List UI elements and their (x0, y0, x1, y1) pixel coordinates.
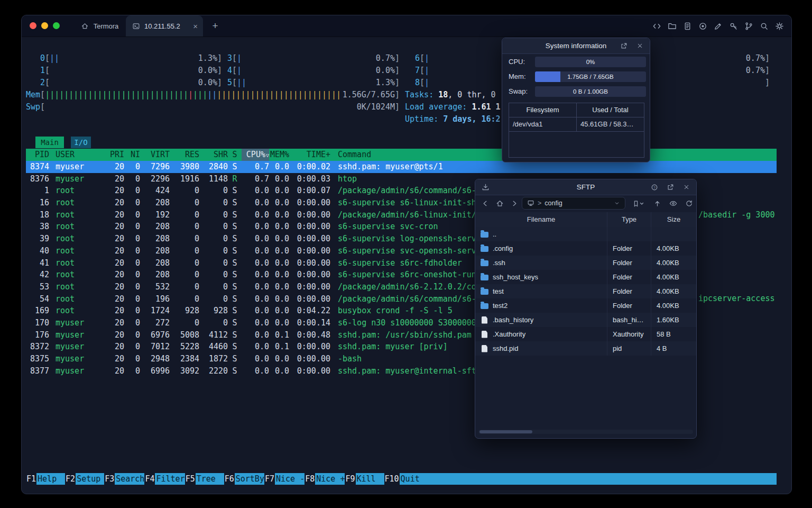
cell-res: 0 (170, 317, 199, 329)
file-row[interactable]: .Xauthority Xauthority 58 B (475, 327, 696, 341)
col-filename[interactable]: Filename (475, 212, 607, 227)
file-row[interactable]: .ssh Folder 4.00KB (475, 256, 696, 270)
code-icon[interactable] (652, 21, 661, 31)
horizontal-scrollbar[interactable] (478, 430, 693, 434)
bookmark-icon[interactable] (632, 199, 644, 208)
cell-shr: 0 (199, 269, 228, 281)
close-tab-icon[interactable]: × (193, 22, 198, 30)
htop-tab-main[interactable]: Main (35, 137, 64, 148)
record-icon[interactable] (698, 21, 707, 31)
function-key-item[interactable]: F4Filter (144, 473, 184, 485)
col-user[interactable]: USER (49, 149, 107, 161)
tab-termora[interactable]: Termora (75, 15, 124, 37)
function-key-item[interactable]: F1Help (26, 473, 65, 485)
col-type[interactable]: Type (607, 212, 651, 227)
col-pri[interactable]: PRI (107, 149, 124, 161)
search-icon[interactable] (759, 21, 769, 31)
function-key-item[interactable]: F3Search (104, 473, 144, 485)
cell-time: 0:00.02 (289, 161, 330, 173)
cell-shr: 2220 (199, 365, 228, 377)
cell-time: 0:00.00 (289, 293, 330, 305)
col-state[interactable]: S (228, 149, 242, 161)
file-row[interactable]: test2 Folder 4.00KB (475, 298, 696, 313)
close-window-button[interactable] (30, 22, 36, 29)
open-in-window-icon[interactable] (666, 183, 675, 192)
tab-ssh-label: 10.211.55.2 (144, 22, 180, 30)
function-key-item[interactable]: F8Nice + (304, 473, 345, 485)
file-size: 4.00KB (651, 298, 696, 313)
function-key-label: Search (115, 473, 144, 485)
col-virt[interactable]: VIRT (140, 149, 170, 161)
function-key-item[interactable]: F5Tree (185, 473, 224, 485)
cell-res: 5008 (170, 329, 199, 341)
refresh-icon[interactable] (685, 199, 694, 208)
function-key-item[interactable]: F7Nice - (264, 473, 304, 485)
col-ni[interactable]: NI (124, 149, 140, 161)
traffic-lights (30, 22, 60, 29)
file-row[interactable]: sshd.pid pid 4 B (475, 341, 696, 356)
cpu-meter: 4[|0.0%] (227, 65, 400, 77)
home-icon[interactable] (495, 199, 504, 208)
cell-user: myuser (49, 341, 107, 353)
function-key-item[interactable]: F10Quit (384, 473, 428, 485)
chevron-down-icon[interactable] (613, 199, 621, 207)
path-segment[interactable]: config (545, 199, 562, 207)
open-in-window-icon[interactable] (619, 41, 629, 51)
col-cpu-sorted[interactable]: CPU%▽ (242, 149, 269, 161)
cell-pid: 41 (26, 257, 49, 269)
eye-icon[interactable] (669, 199, 678, 208)
col-mem[interactable]: MEM% (269, 149, 289, 161)
cpu-label: CPU: (509, 57, 533, 67)
col-shr[interactable]: SHR (199, 149, 228, 161)
branch-icon[interactable] (744, 21, 753, 31)
file-row[interactable]: test Folder 4.00KB (475, 284, 696, 298)
cell-time: 0:00.00 (289, 281, 330, 293)
file-row[interactable]: .. (475, 227, 696, 241)
process-row[interactable]: 8374 myuser 20 0 7296 3980 2840 S 0.7 0.… (26, 161, 777, 173)
function-key-item[interactable]: F2Setup (65, 473, 104, 485)
cell-time: 0:00.00 (289, 233, 330, 245)
cell-pid: 8376 (26, 173, 49, 185)
col-res[interactable]: RES (170, 149, 199, 161)
function-key: F7 (264, 473, 275, 485)
col-size[interactable]: Size (651, 212, 696, 227)
col-pid[interactable]: PID (26, 149, 49, 161)
function-key-item[interactable]: F9Kill (345, 473, 384, 485)
scrollbar-thumb[interactable] (479, 430, 532, 433)
cell-pid: 170 (26, 317, 49, 329)
cell-shr: 0 (199, 293, 228, 305)
up-icon[interactable] (653, 199, 662, 208)
forward-icon[interactable] (510, 199, 519, 208)
file-row[interactable]: .bash_history bash_hi… 1.60KB (475, 313, 696, 327)
cell-pid: 42 (26, 269, 49, 281)
folder-icon[interactable] (667, 21, 677, 31)
file-row[interactable]: .config Folder 4.00KB (475, 241, 696, 256)
key-icon[interactable] (728, 21, 738, 31)
cell-virt: 6976 (140, 329, 170, 341)
help-icon[interactable]: ? (650, 183, 659, 192)
settings-icon[interactable] (774, 21, 784, 31)
minimize-window-button[interactable] (41, 22, 48, 29)
file-icon (482, 316, 487, 324)
process-table-header: PID USER PRI NI VIRT RES SHR S CPU%▽ MEM… (26, 149, 777, 161)
edit-icon[interactable] (713, 21, 723, 31)
memory-meter-pipes: ||||||||||||||||||||||||||||||||||||||||… (45, 89, 341, 101)
new-tab-button[interactable]: + (208, 15, 223, 37)
folder-icon (481, 275, 488, 280)
cell-state: S (228, 161, 242, 173)
col-time[interactable]: TIME+ (289, 149, 330, 161)
swap-meter-value: 0K/1024M (357, 101, 395, 113)
path-breadcrumb[interactable]: > config (522, 197, 625, 210)
back-icon[interactable] (481, 199, 490, 208)
function-key-item[interactable]: F6SortBy (224, 473, 264, 485)
download-icon[interactable] (481, 183, 490, 192)
log-icon[interactable] (682, 21, 692, 31)
cell-pri: 20 (107, 293, 124, 305)
file-row[interactable]: ssh_host_keys Folder 4.00KB (475, 270, 696, 284)
tab-ssh-session[interactable]: 10.211.55.2 × (126, 15, 203, 37)
close-icon[interactable] (635, 41, 644, 51)
zoom-window-button[interactable] (53, 22, 60, 29)
close-icon[interactable] (681, 183, 691, 192)
load-average-line: Load average: 1.61 1 (405, 101, 501, 113)
htop-tab-io[interactable]: I/O (71, 137, 91, 148)
